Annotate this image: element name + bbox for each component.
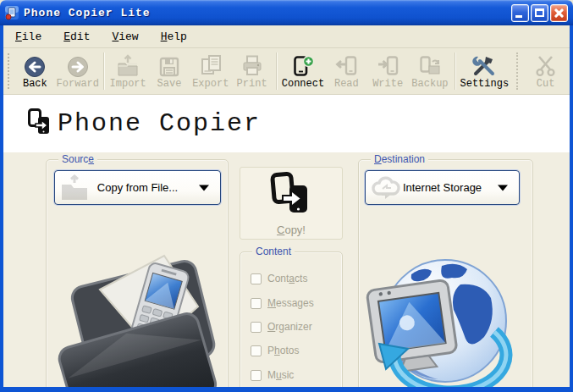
checkbox-icon[interactable] (251, 322, 262, 333)
crossed-tools-icon (471, 52, 497, 78)
chevron-down-icon (498, 185, 508, 190)
print-button[interactable]: Print (231, 50, 273, 92)
main-panel: Source Copy from File... (3, 152, 570, 387)
checkbox-organizer[interactable]: Organizer (251, 320, 312, 334)
toolbar-separator (276, 52, 277, 90)
read-label: Read (334, 79, 359, 90)
cut-label: Cut (537, 79, 555, 90)
toolbar: Back Forward (3, 48, 570, 95)
menu-view[interactable]: View (108, 29, 141, 45)
titlebar[interactable]: Phone Copier Lite (0, 0, 573, 25)
toolbar-separator (455, 52, 455, 90)
page-title: Phone Copier (58, 109, 261, 138)
backup-label: Backup (411, 79, 448, 90)
cut-button[interactable]: Cut (523, 50, 568, 92)
checkbox-icon[interactable] (251, 345, 262, 356)
checkbox-label: Music (267, 369, 294, 381)
close-icon[interactable] (550, 4, 568, 22)
forward-label: Forward (57, 79, 99, 90)
header-band: Phone Copier (3, 95, 570, 152)
checkbox-label: Messages (267, 297, 314, 309)
backup-button[interactable]: Backup (409, 50, 452, 92)
save-button[interactable]: Save (149, 50, 190, 92)
app-window: Phone Copier Lite File Edit View Help (0, 0, 573, 392)
checkbox-icon[interactable] (251, 370, 262, 381)
checkbox-label: Contacts (267, 273, 307, 284)
folder-with-phone-illustration (56, 240, 225, 387)
connect-button[interactable]: Connect (280, 50, 326, 92)
read-button[interactable]: Read (326, 50, 367, 92)
settings-button[interactable]: Settings (459, 50, 510, 92)
phone-app-icon (4, 5, 19, 20)
source-group-label: Source (58, 153, 97, 165)
write-label: Write (372, 79, 403, 90)
circle-arrow-right-icon (67, 52, 89, 78)
phone-arrow-left-icon (334, 52, 358, 78)
connect-label: Connect (282, 79, 324, 90)
copy-button-label: Copy! (277, 224, 306, 236)
phone-copy-icon (269, 171, 313, 220)
back-button[interactable]: Back (14, 50, 56, 92)
phone-copy-icon (27, 108, 52, 140)
toolbar-separator-dotted (516, 52, 518, 90)
checkbox-music[interactable]: Music (251, 368, 294, 382)
menu-help[interactable]: Help (157, 29, 190, 45)
save-label: Save (157, 79, 182, 90)
phone-backup-box-icon (418, 52, 442, 78)
export-label: Export (192, 79, 229, 90)
import-label: Import (110, 79, 146, 90)
import-button[interactable]: Import (107, 50, 149, 92)
export-pages-icon (199, 52, 223, 78)
minimize-icon[interactable] (511, 4, 529, 22)
toolbar-grip[interactable] (8, 53, 10, 89)
copy-button[interactable]: Copy! (240, 167, 343, 240)
maximize-icon[interactable] (531, 4, 548, 22)
checkbox-icon[interactable] (251, 273, 262, 284)
menu-file[interactable]: File (12, 29, 45, 45)
write-button[interactable]: Write (367, 50, 409, 92)
destination-dropdown-value: Internet Storage (403, 181, 482, 194)
folder-import-icon (116, 52, 140, 78)
phone-plus-icon (291, 52, 315, 78)
folder-watermark-icon (59, 174, 90, 206)
printer-icon (240, 52, 264, 78)
menu-edit[interactable]: Edit (60, 29, 93, 45)
checkbox-messages[interactable]: Messages (251, 296, 314, 310)
phone-arrow-right-icon (376, 52, 399, 78)
content-group-label: Content (252, 246, 295, 257)
source-dropdown[interactable]: Copy from File... (54, 170, 221, 205)
globe-monitor-sync-illustration (361, 240, 513, 387)
destination-group-label: Destination (371, 153, 428, 165)
destination-dropdown[interactable]: Internet Storage (365, 170, 520, 205)
chevron-down-icon (199, 185, 209, 190)
checkbox-label: Organizer (267, 321, 312, 333)
scissors-icon (534, 52, 558, 78)
checkbox-contacts[interactable]: Contacts (251, 272, 307, 285)
checkbox-photos[interactable]: Photos (251, 344, 299, 357)
checkbox-label: Photos (267, 345, 299, 356)
checkbox-icon[interactable] (251, 298, 262, 309)
circle-arrow-left-icon (24, 52, 46, 78)
toolbar-separator (103, 52, 104, 90)
back-label: Back (23, 79, 47, 90)
cloud-sync-watermark-icon (370, 174, 402, 206)
source-dropdown-value: Copy from File... (97, 181, 178, 194)
print-label: Print (237, 79, 267, 90)
window-title: Phone Copier Lite (24, 7, 151, 19)
menubar: File Edit View Help (3, 25, 570, 48)
window-frame: File Edit View Help Back (0, 25, 573, 392)
settings-label: Settings (460, 79, 510, 90)
forward-button[interactable]: Forward (56, 50, 100, 92)
floppy-disk-icon (158, 52, 180, 78)
export-button[interactable]: Export (190, 50, 231, 92)
